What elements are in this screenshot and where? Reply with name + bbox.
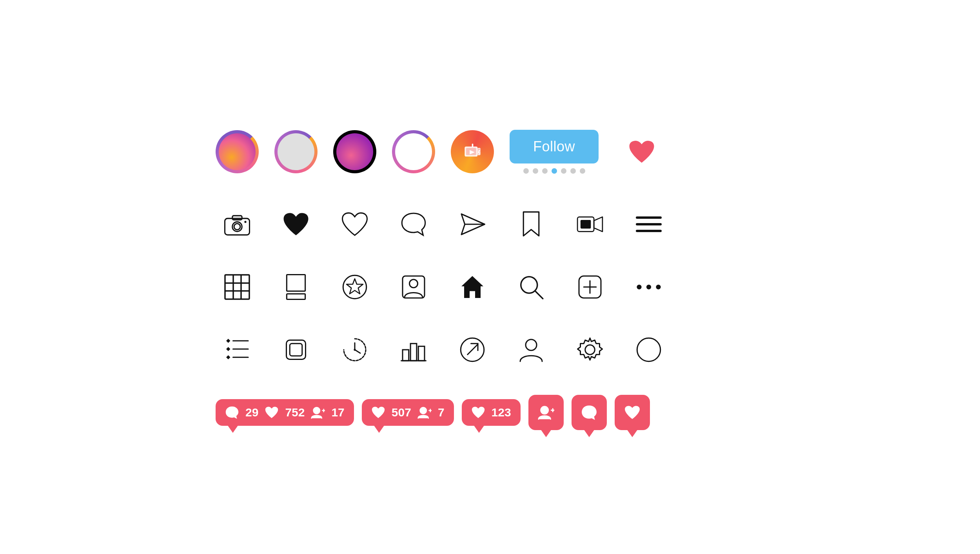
svg-rect-47 (290, 343, 302, 356)
svg-rect-52 (410, 343, 417, 361)
like-count-3: 123 (492, 406, 511, 419)
follow-badge-icon-2 (417, 405, 432, 420)
svg-marker-41 (226, 347, 230, 351)
home-icon[interactable] (451, 265, 494, 309)
like-badge-icon-3 (471, 405, 485, 420)
chart-icon[interactable] (392, 328, 435, 371)
svg-point-60 (314, 407, 320, 413)
svg-point-57 (526, 339, 537, 350)
svg-rect-7 (225, 218, 250, 235)
screen-record-icon[interactable] (274, 328, 318, 371)
like-badge-icon-2 (371, 405, 385, 420)
circle-icon (627, 328, 670, 371)
follow-button[interactable]: Follow (510, 130, 599, 163)
row-stories: Follow (216, 116, 764, 187)
add-icon[interactable] (568, 265, 612, 309)
icon-row-3 (216, 262, 764, 312)
dot-3[interactable] (542, 168, 548, 174)
follow-section: Follow (510, 130, 599, 174)
more-icon[interactable] (627, 265, 670, 309)
heart-outline-icon[interactable] (333, 203, 376, 246)
like-count-1: 752 (285, 406, 305, 419)
svg-point-11 (244, 221, 246, 223)
dot-4[interactable] (552, 168, 557, 174)
svg-point-17 (581, 220, 584, 223)
search-icon[interactable] (510, 265, 553, 309)
notif-badge-combined-2[interactable]: 507 7 (362, 399, 454, 426)
profile-icon[interactable] (392, 265, 435, 309)
svg-marker-40 (226, 339, 230, 343)
story-circle-2[interactable] (274, 130, 318, 173)
svg-point-63 (420, 407, 426, 413)
svg-point-58 (585, 345, 595, 354)
svg-rect-51 (403, 350, 409, 361)
heart-filled-icon[interactable] (274, 203, 318, 246)
svg-marker-16 (594, 217, 603, 231)
clock-icon[interactable] (333, 328, 376, 371)
notification-row: 29 752 17 (216, 387, 764, 438)
bookmark-icon[interactable] (510, 203, 553, 246)
svg-rect-1 (472, 143, 473, 147)
story-circle-1[interactable] (216, 130, 259, 173)
svg-marker-42 (226, 355, 230, 360)
layout-icon[interactable] (274, 265, 318, 309)
svg-rect-26 (287, 274, 305, 291)
notif-badge-like[interactable]: 123 (462, 399, 521, 426)
like-badge-icon (265, 405, 279, 420)
comment-badge-icon (225, 405, 239, 420)
grid-icon[interactable] (216, 265, 259, 309)
big-heart-icon (614, 124, 669, 179)
send-icon[interactable] (451, 203, 494, 246)
camera-icon[interactable] (216, 203, 259, 246)
dot-1[interactable] (523, 168, 529, 174)
svg-rect-53 (418, 346, 425, 361)
icon-row-4 (216, 324, 764, 375)
svg-point-31 (410, 279, 418, 287)
svg-point-59 (637, 338, 661, 361)
main-container: Follow (216, 116, 764, 438)
follow-badge-icon (311, 405, 325, 420)
follow-count-1: 17 (331, 406, 344, 419)
activity-icon[interactable] (216, 328, 259, 371)
menu-icon[interactable] (627, 203, 670, 246)
svg-rect-27 (287, 294, 305, 299)
notif-single-comment[interactable] (572, 395, 607, 430)
svg-point-39 (656, 284, 661, 289)
settings-icon[interactable] (568, 328, 612, 371)
video-camera-icon[interactable] (568, 203, 612, 246)
icon-row-2 (216, 199, 764, 250)
svg-point-50 (354, 349, 356, 351)
dot-7[interactable] (580, 168, 585, 174)
svg-point-9 (234, 223, 240, 230)
follow-count-2: 7 (438, 406, 445, 419)
svg-line-33 (535, 291, 543, 298)
like-count-2: 507 (392, 406, 411, 419)
comment-icon[interactable] (392, 203, 435, 246)
notif-badge-combined-1[interactable]: 29 752 17 (216, 399, 354, 426)
svg-point-37 (637, 284, 641, 289)
star-circle-icon[interactable] (333, 265, 376, 309)
svg-rect-21 (225, 275, 249, 299)
user-icon[interactable] (510, 328, 553, 371)
dot-6[interactable] (570, 168, 576, 174)
external-link-icon[interactable] (451, 328, 494, 371)
svg-point-66 (541, 406, 548, 414)
notif-single-like[interactable] (615, 395, 650, 430)
notif-single-follow[interactable] (528, 395, 564, 430)
comment-count: 29 (245, 406, 258, 419)
pagination-dots (523, 168, 585, 174)
dot-2[interactable] (533, 168, 538, 174)
dot-5[interactable] (561, 168, 566, 174)
story-circle-4[interactable] (392, 130, 435, 173)
svg-marker-29 (347, 279, 363, 294)
story-circle-3[interactable] (333, 130, 376, 173)
igtv-icon[interactable] (451, 130, 494, 173)
svg-point-38 (646, 284, 651, 289)
svg-line-56 (468, 344, 478, 354)
svg-rect-10 (232, 216, 242, 220)
